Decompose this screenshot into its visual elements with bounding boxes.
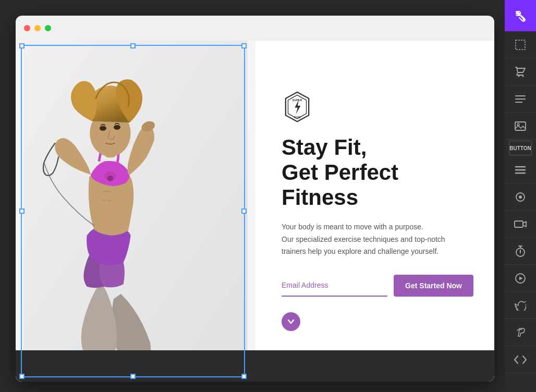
toolbar-code-item[interactable] (505, 346, 536, 373)
toolbar-select-item[interactable] (505, 31, 536, 58)
paypal-icon (516, 327, 525, 338)
image-section (16, 41, 255, 382)
cta-row: Get Started Now (282, 275, 473, 297)
image-icon (514, 120, 527, 132)
twitter-icon (515, 300, 526, 311)
toolbar-image-item[interactable] (505, 113, 536, 140)
svg-point-13 (519, 195, 522, 199)
wrench-icon (513, 8, 528, 23)
svg-point-25 (114, 125, 120, 130)
toolbar-play-item[interactable] (505, 265, 536, 292)
cart-icon (514, 66, 527, 78)
circle-icon (514, 191, 527, 203)
email-input[interactable] (282, 275, 387, 297)
content-section: SUPER GYM Stay Fit, Get Perfect Fitness … (255, 41, 494, 382)
gym-logo: SUPER GYM (282, 91, 313, 123)
svg-point-20 (107, 176, 113, 181)
hamburger-icon (514, 164, 527, 176)
timer-icon (515, 245, 526, 258)
play-icon (515, 273, 526, 284)
hero-title: Stay Fit, Get Perfect Fitness (282, 135, 473, 211)
toolbar-paypal-item[interactable] (505, 319, 536, 346)
browser-dot-red (24, 25, 30, 31)
browser-dot-yellow (34, 25, 41, 31)
toolbar-top-button[interactable] (505, 0, 536, 31)
svg-rect-7 (515, 122, 526, 130)
toolbar-text-item[interactable] (505, 85, 536, 113)
toolbar-video-item[interactable] (505, 211, 536, 238)
svg-point-0 (523, 19, 525, 21)
hero-description: Your body is meant to move with a purpos… (282, 221, 448, 258)
browser-frame: SUPER GYM Stay Fit, Get Perfect Fitness … (16, 16, 494, 382)
svg-text:GYM: GYM (294, 116, 301, 119)
scroll-down (282, 312, 473, 331)
svg-point-3 (522, 75, 524, 77)
toolbar-twitter-item[interactable] (505, 292, 536, 319)
svg-rect-14 (515, 221, 523, 227)
toolbar-list-item[interactable] (505, 156, 536, 183)
toolbar-button-widget[interactable]: BUTTON (509, 141, 532, 155)
scroll-down-button[interactable] (282, 312, 300, 331)
browser-dot-green (45, 25, 51, 31)
toolbar-cart-item[interactable] (505, 58, 536, 85)
code-icon (514, 355, 527, 364)
svg-point-24 (100, 126, 106, 131)
cta-button[interactable]: Get Started Now (394, 275, 473, 297)
browser-chrome (16, 16, 494, 41)
svg-text:SUPER: SUPER (292, 99, 302, 102)
browser-content: SUPER GYM Stay Fit, Get Perfect Fitness … (16, 41, 494, 382)
select-icon (515, 39, 526, 51)
bottom-bar (16, 350, 494, 382)
video-camera-icon (514, 218, 527, 230)
svg-rect-1 (516, 40, 525, 50)
fitness-person-image (16, 41, 255, 382)
toolbar-timer-item[interactable] (505, 238, 536, 265)
text-lines-icon (514, 93, 527, 105)
right-toolbar: BUTTON (505, 0, 536, 392)
toolbar-circle-item[interactable] (505, 183, 536, 211)
svg-point-2 (518, 75, 520, 77)
chevron-down-icon (287, 317, 295, 326)
